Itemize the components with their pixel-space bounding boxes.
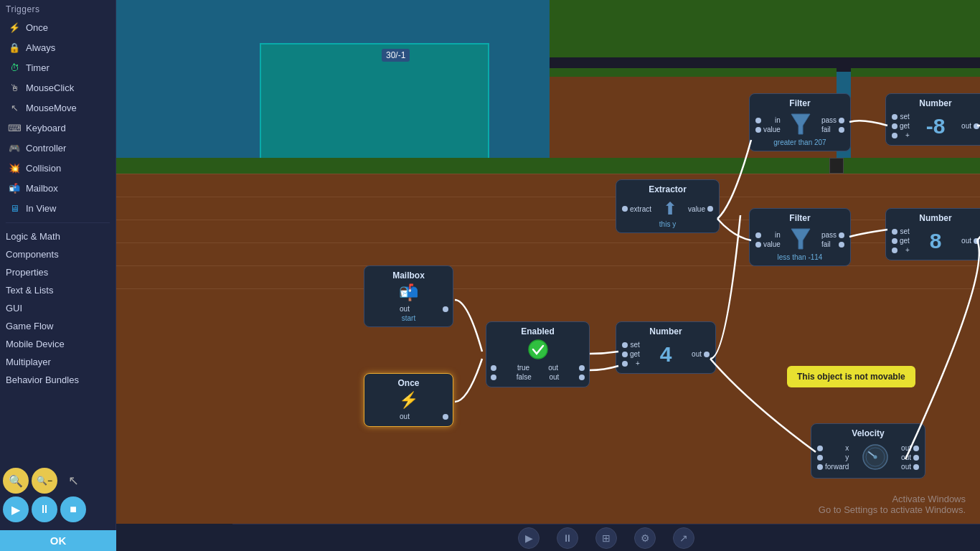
cursor-button[interactable]: ↖: [60, 468, 86, 494]
sidebar-category-properties[interactable]: Properties: [0, 263, 116, 281]
enabled-checkmark-icon: [491, 339, 585, 361]
zoom-out-button[interactable]: 🔍−: [32, 468, 57, 494]
once-node[interactable]: Once ⚡ out: [364, 373, 453, 427]
once-node-title: Once: [369, 378, 448, 388]
toolbar-grid-btn[interactable]: ⊞: [595, 527, 617, 549]
toolbar-pause-btn[interactable]: ⏸: [557, 527, 578, 549]
sidebar-divider: [6, 222, 110, 223]
mailbox-node[interactable]: Mailbox 📬 out start: [364, 265, 453, 327]
sidebar-item-controller[interactable]: 🎮 Controller: [2, 138, 113, 158]
enabled-false-row: false out: [491, 373, 585, 381]
fb-val-port[interactable]: [755, 242, 761, 248]
nt-out-port[interactable]: [974, 123, 979, 129]
nt-set-port[interactable]: [892, 114, 897, 120]
filter-top-title: Filter: [754, 98, 846, 108]
sidebar-item-collision-label: Collision: [26, 163, 61, 174]
sidebar-item-timer[interactable]: ⏱ Timer: [2, 57, 113, 77]
timer-icon: ⏱: [8, 61, 21, 74]
enabled-true-out-port[interactable]: [579, 365, 585, 371]
enabled-true-row: true out: [491, 364, 585, 372]
num-main-set-port[interactable]: [622, 342, 628, 348]
sidebar-item-always[interactable]: 🔒 Always: [2, 37, 113, 57]
ft-in-label: in: [775, 116, 781, 124]
sidebar-item-mailbox[interactable]: 📬 Mailbox: [2, 178, 113, 198]
nb-set-port[interactable]: [892, 229, 897, 235]
fb-pass-label: pass: [821, 231, 837, 239]
extractor-node[interactable]: Extractor extract ⬆ value this y: [616, 179, 720, 233]
filter-bottom-funnel-icon: [790, 227, 811, 252]
number-bottom-node[interactable]: Number set get + 8 out: [885, 208, 980, 260]
pause-button[interactable]: ⏸: [32, 496, 57, 522]
sidebar-item-inview[interactable]: 🖥 In View: [2, 198, 113, 218]
sidebar: Triggers ⚡ Once 🔒 Always ⏱ Timer 🖱 Mouse…: [0, 0, 116, 551]
sidebar-category-gui[interactable]: GUI: [0, 299, 116, 317]
sidebar-item-collision[interactable]: 💥 Collision: [2, 158, 113, 178]
filter-top-sub: greater than 207: [754, 138, 846, 146]
svg-marker-2: [791, 229, 810, 249]
stop-button[interactable]: ■: [60, 496, 86, 522]
ft-in-port[interactable]: [755, 118, 761, 123]
sidebar-item-once[interactable]: ⚡ Once: [2, 17, 113, 37]
nt-get-port[interactable]: [892, 123, 897, 129]
number-main-node[interactable]: Number set get + 4 out: [616, 321, 716, 374]
vel-x-port[interactable]: [817, 446, 823, 451]
nt-plus-port[interactable]: [892, 133, 897, 138]
extractor-icon: ⬆: [663, 199, 677, 219]
coord-label: 30/-1: [382, 49, 410, 62]
sidebar-category-components[interactable]: Components: [0, 245, 116, 263]
toolbar-share-btn[interactable]: ↗: [673, 527, 694, 549]
sidebar-category-bundles[interactable]: Behavior Bundles: [0, 371, 116, 389]
enabled-true-in-port[interactable]: [491, 365, 496, 371]
nb-get-port[interactable]: [892, 238, 897, 244]
ft-pass-port[interactable]: [839, 118, 844, 123]
mouseclick-icon: 🖱: [8, 81, 21, 94]
sidebar-category-textlists[interactable]: Text & Lists: [0, 281, 116, 299]
vel-fwd-port[interactable]: [817, 464, 823, 470]
ft-fail-port[interactable]: [839, 127, 844, 133]
sidebar-category-mobile[interactable]: Mobile Device: [0, 335, 116, 353]
once-out-port[interactable]: [443, 414, 448, 420]
sidebar-item-mousemove[interactable]: ↖ MouseMove: [2, 98, 113, 118]
play-button[interactable]: ▶: [3, 496, 29, 522]
sidebar-item-always-label: Always: [26, 42, 55, 53]
fb-fail-port[interactable]: [839, 242, 844, 248]
extractor-value-port[interactable]: [707, 206, 713, 212]
filter-bottom-sub: less than -114: [754, 253, 846, 261]
once-node-icon: ⚡: [369, 391, 448, 410]
enabled-false-in-port[interactable]: [491, 375, 496, 380]
fb-in-port[interactable]: [755, 232, 761, 238]
mailbox-icon: 📬: [8, 182, 21, 194]
ok-button[interactable]: OK: [0, 530, 116, 551]
canvas-area[interactable]: 30/-1: [116, 0, 980, 551]
nb-out-port[interactable]: [974, 238, 979, 244]
sidebar-category-gameflow[interactable]: Game Flow: [0, 317, 116, 335]
nt-set-label: set: [900, 113, 910, 121]
vel-y-port[interactable]: [817, 455, 823, 461]
num-main-set-label: set: [631, 341, 640, 349]
enabled-false-label: false: [517, 373, 532, 381]
fb-pass-port[interactable]: [839, 232, 844, 238]
nb-plus-port[interactable]: [892, 248, 897, 253]
num-main-out-port[interactable]: [704, 352, 710, 357]
sidebar-item-mouseclick[interactable]: 🖱 MouseClick: [2, 77, 113, 98]
toolbar-settings-btn[interactable]: ⚙: [634, 527, 656, 549]
vel-x-out-port[interactable]: [913, 446, 919, 451]
velocity-node[interactable]: Velocity x y forward out out out: [811, 423, 925, 479]
toolbar-play-btn[interactable]: ▶: [518, 527, 540, 549]
num-main-get-port[interactable]: [622, 352, 628, 357]
vel-y-out-port[interactable]: [913, 455, 919, 461]
sidebar-category-multiplayer[interactable]: Multiplayer: [0, 353, 116, 371]
zoom-in-button[interactable]: 🔍: [3, 468, 29, 494]
sidebar-category-logicmath[interactable]: Logic & Math: [0, 227, 116, 245]
enabled-false-out-port[interactable]: [579, 375, 585, 380]
num-main-plus-port[interactable]: [622, 361, 628, 367]
sidebar-item-keyboard[interactable]: ⌨ Keyboard: [2, 118, 113, 138]
number-top-node[interactable]: Number set get + -8 out: [885, 93, 980, 146]
enabled-node[interactable]: Enabled true out false out: [486, 321, 590, 387]
extractor-extract-port[interactable]: [622, 206, 628, 212]
ft-val-port[interactable]: [755, 127, 761, 133]
filter-bottom-node[interactable]: Filter in value pass fail less than -114: [749, 208, 851, 266]
mailbox-out-port[interactable]: [443, 306, 448, 312]
vel-fwd-out-port[interactable]: [913, 464, 919, 470]
filter-top-node[interactable]: Filter in value pass fail greater than 2…: [749, 93, 851, 151]
